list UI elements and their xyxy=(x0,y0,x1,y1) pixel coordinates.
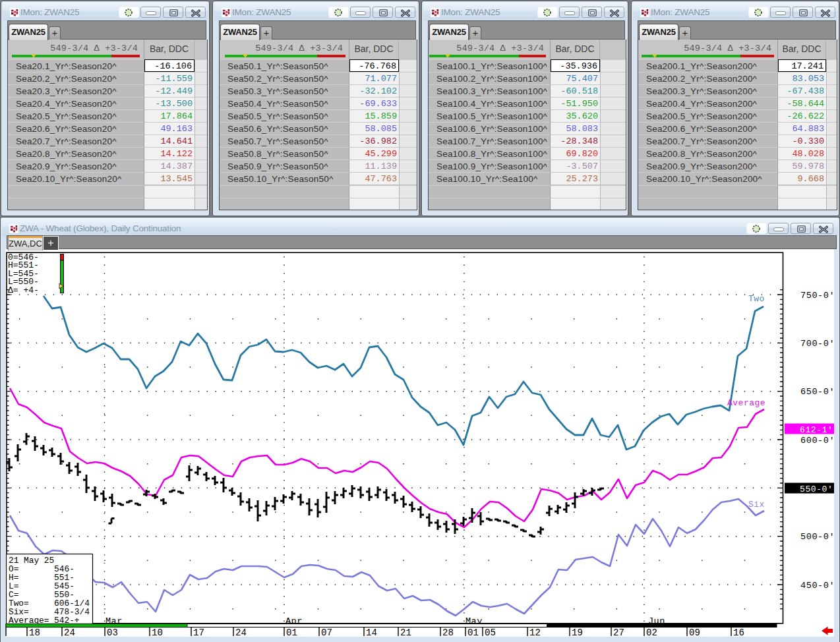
svg-text:03: 03 xyxy=(107,627,118,638)
svg-text:Two: Two xyxy=(748,294,765,304)
svg-text:500-0': 500-0' xyxy=(800,533,835,542)
svg-text:01: 01 xyxy=(286,627,297,638)
svg-text:02: 02 xyxy=(646,627,657,638)
svg-text:21: 21 xyxy=(400,627,411,638)
svg-text:Δ= +4-: Δ= +4- xyxy=(8,285,39,295)
svg-text:450-0': 450-0' xyxy=(800,581,835,591)
svg-text:24: 24 xyxy=(235,627,247,638)
svg-text:Six: Six xyxy=(748,500,765,510)
svg-text:01: 01 xyxy=(467,627,479,638)
svg-text:550-0': 550-0' xyxy=(800,484,833,494)
svg-text:05: 05 xyxy=(485,627,496,638)
svg-text:14: 14 xyxy=(366,627,377,638)
svg-text:24: 24 xyxy=(64,627,75,638)
svg-text:600-0': 600-0' xyxy=(800,436,835,446)
svg-text:612-1': 612-1' xyxy=(800,425,833,435)
svg-text:Average: Average xyxy=(727,398,765,408)
svg-text:10: 10 xyxy=(152,627,163,638)
svg-text:700-0': 700-0' xyxy=(800,339,835,349)
svg-text:27: 27 xyxy=(613,627,624,638)
svg-text:12: 12 xyxy=(529,627,541,638)
svg-text:19: 19 xyxy=(572,627,583,638)
svg-text:28: 28 xyxy=(442,627,454,638)
svg-text:07: 07 xyxy=(321,627,332,638)
svg-text:750-0': 750-0' xyxy=(800,291,835,301)
svg-text:16: 16 xyxy=(733,627,744,638)
svg-text:09: 09 xyxy=(689,627,700,638)
svg-text:650-0': 650-0' xyxy=(800,388,835,397)
svg-text:17: 17 xyxy=(193,627,204,638)
svg-text:18: 18 xyxy=(29,627,40,638)
